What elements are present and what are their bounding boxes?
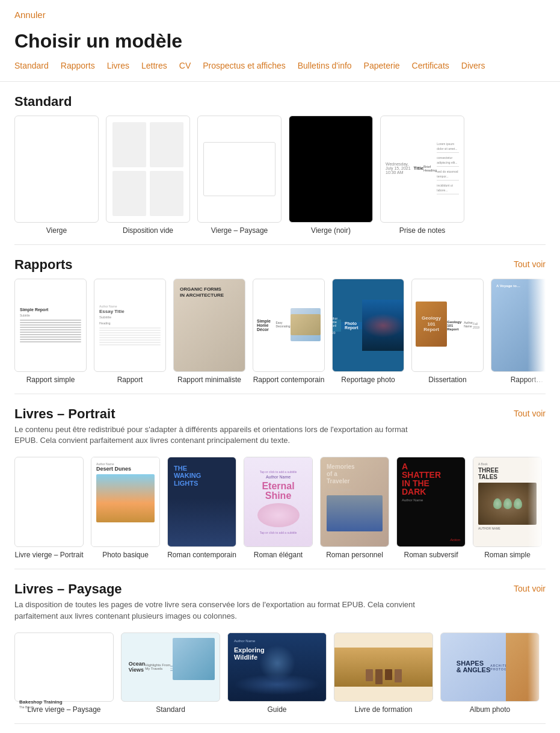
template-dissertation[interactable]: Geology 101Report Geology 101 Report Aut… <box>411 279 484 384</box>
template-roman-simple[interactable]: A Book THREETALES AUTHOR NAME Roman simp… <box>473 457 542 559</box>
template-livre-formation-label: Livre de formation <box>354 705 412 714</box>
template-vierge-label: Vierge <box>46 226 67 235</box>
template-vierge-noir[interactable]: Vierge (noir) <box>289 116 373 235</box>
template-rapport-contemporain-label: Rapport contemporain <box>253 376 325 384</box>
nav-tab-papeterie[interactable]: Papeterie <box>364 60 400 72</box>
template-photo-basique-label: Photo basique <box>102 551 149 559</box>
template-roman-contemporain-label: Roman contemporain <box>167 551 236 559</box>
nav-tab-certificats[interactable]: Certificats <box>412 60 449 72</box>
template-bkl-standard-label: Standard <box>156 705 185 714</box>
template-rapport-simple-label: Rapport simple <box>26 376 75 384</box>
template-reportage-photo[interactable]: Author Name · April 4, 2020 Photo Report… <box>332 279 404 384</box>
template-guide-label: Guide <box>267 705 286 714</box>
template-roman-elegant-label: Roman élégant <box>254 551 303 559</box>
books-landscape-section: Livres – Paysage La disposition de toute… <box>0 569 560 718</box>
template-roman-subversif[interactable]: ASHATTERIN THEDARK Author Name Action Ro… <box>396 457 466 559</box>
template-livre-vierge-portrait[interactable]: Livre vierge – Portrait <box>14 457 84 559</box>
books-landscape-desc: La disposition de toutes les pages de vo… <box>14 599 423 621</box>
category-nav: Standard Rapports Livres Lettres CV Pros… <box>0 60 560 82</box>
books-portrait-desc: Le contenu peut être redistribué pour s'… <box>14 424 423 446</box>
books-landscape-title: Livres – Paysage <box>14 581 423 597</box>
nav-tab-cv[interactable]: CV <box>179 60 191 72</box>
template-disposition-label: Disposition vide <box>123 226 173 235</box>
nav-tab-reports[interactable]: Rapports <box>61 60 95 72</box>
standard-section: Standard Vierge Disposition vide Vierge … <box>0 82 560 240</box>
template-roman-contemporain[interactable]: THEWAKINGLIGHTS Roman contemporain <box>167 457 236 559</box>
books-portrait-section: Livres – Portrait Le contenu peut être r… <box>0 394 560 564</box>
books-landscape-templates-row: Livre vierge – Paysage OceanViews Highli… <box>14 632 546 714</box>
template-rapport-extra-label: Rapport… <box>511 376 544 384</box>
nav-tab-divers[interactable]: Divers <box>461 60 485 72</box>
template-vierge[interactable]: Vierge <box>14 116 99 235</box>
books-portrait-tout-voir[interactable]: Tout voir <box>514 409 546 418</box>
template-rapport-minimaliste[interactable]: ORGANIC FORMSIN ARCHITECTURE Rapport min… <box>173 279 245 384</box>
template-album-photo-label: Album photo <box>470 705 510 714</box>
standard-templates-row: Vierge Disposition vide Vierge – Paysage… <box>14 116 546 235</box>
reports-templates-row: Simple Report Subtitle Rapport simple Au… <box>14 279 546 384</box>
template-prise-notes[interactable]: Wednesday, July 15, 202110:30 AM Title B… <box>380 116 464 235</box>
standard-section-title: Standard <box>14 94 72 110</box>
reports-section-title: Rapports <box>14 257 73 273</box>
letters-section: Lettres Tout voir Sender Name Sender Nam… <box>0 724 560 733</box>
template-reportage-photo-label: Reportage photo <box>341 376 395 384</box>
template-disposition-vide[interactable]: Disposition vide <box>106 116 190 235</box>
template-vierge-paysage[interactable]: Vierge – Paysage <box>197 116 282 235</box>
template-bkl-standard[interactable]: OceanViews Highlights FromMy Travels Sta… <box>121 632 220 714</box>
template-album-photo[interactable]: SHAPES& ANGLES ARCHITECTURALPHOTOGRAPHY … <box>440 632 540 714</box>
books-portrait-templates-row: Livre vierge – Portrait Author Name Dese… <box>14 457 546 559</box>
reports-tout-voir[interactable]: Tout voir <box>514 259 546 269</box>
template-prise-notes-label: Prise de notes <box>399 226 446 235</box>
books-landscape-tout-voir[interactable]: Tout voir <box>514 584 546 593</box>
template-roman-elegant[interactable]: Tap or click to add a subtitle Author Na… <box>244 457 313 559</box>
top-bar: Annuler Choisir un modèle Standard Rappo… <box>0 0 560 82</box>
nav-tab-books[interactable]: Livres <box>107 60 129 72</box>
nav-tab-prospectus[interactable]: Prospectus et affiches <box>203 60 285 72</box>
template-rapport-label: Rapport <box>117 376 143 384</box>
template-rapport[interactable]: Author Name Essay Title Subtitle Heading… <box>94 279 166 384</box>
reports-section: Rapports Tout voir Simple Report Subtitl… <box>0 245 560 389</box>
nav-tab-letters[interactable]: Lettres <box>141 60 167 72</box>
template-livre-vierge-portrait-label: Livre vierge – Portrait <box>14 551 83 559</box>
template-photo-basique[interactable]: Author Name Desert Dunes Photo basique <box>91 457 160 559</box>
nav-tab-standard[interactable]: Standard <box>14 60 49 72</box>
template-livre-formation[interactable]: Bakeshop Training The Basics Livre de fo… <box>334 632 433 714</box>
books-portrait-title: Livres – Portrait <box>14 406 423 422</box>
template-dissertation-label: Dissertation <box>428 376 466 384</box>
template-rapport-simple[interactable]: Simple Report Subtitle Rapport simple <box>14 279 87 384</box>
template-vierge-noir-label: Vierge (noir) <box>311 226 351 235</box>
template-rapport-minimaliste-label: Rapport minimaliste <box>177 376 241 384</box>
template-roman-personnel-label: Roman personnel <box>326 551 383 559</box>
page-title: Choisir un modèle <box>0 25 560 60</box>
template-rapport-contemporain[interactable]: Simple Home Décor Easy Decorating Rappor… <box>253 279 325 384</box>
template-guide[interactable]: Author Name ExploringWildlife Guide <box>227 632 327 714</box>
cancel-button[interactable]: Annuler <box>14 10 46 20</box>
template-vierge-paysage-label: Vierge – Paysage <box>211 226 268 235</box>
template-roman-simple-label: Roman simple <box>484 551 531 559</box>
template-roman-subversif-label: Roman subversif <box>404 551 458 559</box>
template-roman-personnel[interactable]: Memoriesof aTraveler Author Name Roman p… <box>320 457 389 559</box>
nav-tab-bulletins[interactable]: Bulletins d'info <box>298 60 352 72</box>
template-rapport-extra[interactable]: A Voyage to… Rapport… <box>491 279 546 384</box>
